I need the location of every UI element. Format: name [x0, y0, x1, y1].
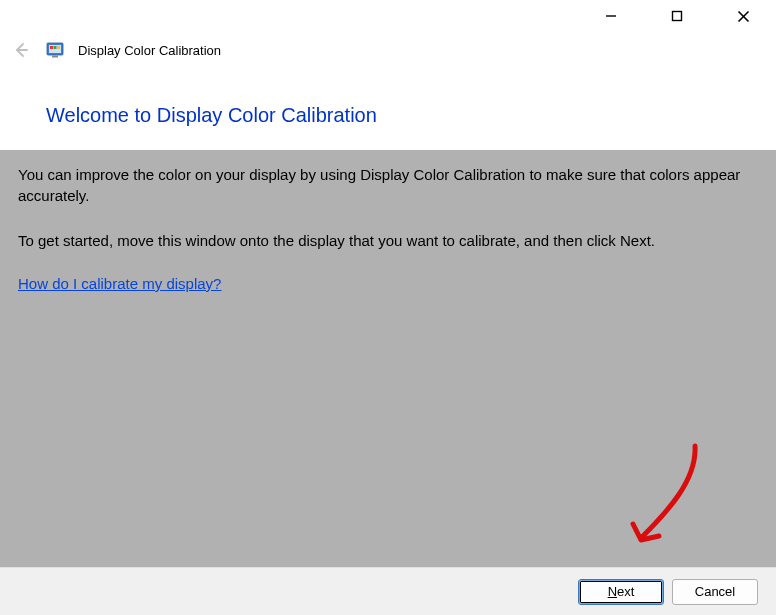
intro-paragraph-1: You can improve the color on your displa…: [18, 164, 758, 206]
next-button-label-rest: ext: [617, 584, 634, 599]
window-titlebar: [0, 0, 776, 32]
cancel-button[interactable]: Cancel: [672, 579, 758, 605]
back-button[interactable]: [10, 39, 32, 61]
cancel-button-label: Cancel: [695, 584, 735, 599]
close-button[interactable]: [720, 0, 766, 32]
svg-rect-9: [57, 46, 60, 49]
dialog-footer: Next Cancel: [0, 567, 776, 615]
help-link[interactable]: How do I calibrate my display?: [18, 275, 221, 292]
svg-rect-10: [52, 56, 58, 58]
svg-rect-1: [673, 12, 682, 21]
page-heading: Welcome to Display Color Calibration: [46, 104, 776, 127]
app-title: Display Color Calibration: [78, 43, 221, 58]
svg-rect-8: [54, 46, 57, 49]
maximize-button[interactable]: [654, 0, 700, 32]
app-icon: [46, 41, 64, 59]
next-button-mnemonic: N: [608, 584, 617, 599]
intro-paragraph-2: To get started, move this window onto th…: [18, 230, 758, 251]
content-area: You can improve the color on your displa…: [0, 150, 776, 567]
minimize-button[interactable]: [588, 0, 634, 32]
next-button[interactable]: Next: [578, 579, 664, 605]
heading-area: Welcome to Display Color Calibration: [0, 68, 776, 139]
window-header: Display Color Calibration: [0, 32, 776, 68]
svg-rect-7: [50, 46, 53, 49]
